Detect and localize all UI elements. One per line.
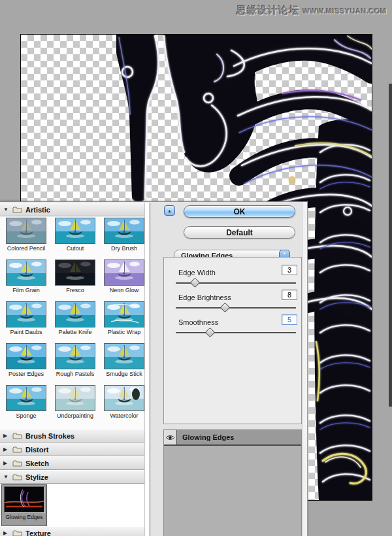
param-slider-edge-brightness[interactable] — [176, 307, 296, 309]
filter-item-label: Paint Daubs — [2, 329, 50, 335]
filter-item-poster-edges[interactable]: Poster Edges — [2, 343, 50, 377]
filter-item-dry-brush[interactable]: Dry Brush — [100, 218, 148, 252]
slider-thumb[interactable] — [190, 278, 201, 288]
filter-section-header-brush-strokes[interactable]: ▶Brush Strokes — [0, 429, 150, 443]
filter-params-box: Edge WidthEdge BrightnessSmoothness — [163, 257, 302, 424]
triangle-down-icon: ▼ — [3, 474, 9, 480]
sponge-thumbnail — [6, 385, 46, 411]
dry-brush-thumbnail — [104, 218, 144, 244]
param-value-smoothness[interactable] — [282, 314, 297, 325]
up-triangle-icon: ▲ — [167, 209, 172, 213]
triangle-right-icon: ▶ — [3, 530, 9, 536]
filter-item-fresco[interactable]: Fresco — [51, 260, 99, 293]
param-value-edge-width[interactable] — [282, 265, 297, 275]
fresco-thumbnail — [55, 260, 95, 286]
filter-gallery-dialog: ▼ArtisticColored PencilCutoutDry BrushFi… — [0, 201, 308, 536]
filter-item-label: Film Grain — [2, 287, 50, 293]
colored-pencil-thumbnail — [6, 218, 46, 244]
filter-item-label: Smudge Stick — [100, 371, 148, 377]
folder-icon — [12, 206, 22, 213]
filter-item-palette-knife[interactable]: Palette Knife — [51, 301, 99, 335]
filter-item-label: Glowing Edges — [2, 514, 46, 520]
cutout-thumbnail — [55, 218, 95, 244]
filter-section-label: Artistic — [25, 206, 50, 214]
filter-item-colored-pencil[interactable]: Colored Pencil — [2, 218, 50, 252]
effect-layer-row[interactable]: Glowing Edges — [164, 430, 301, 446]
filter-item-label: Dry Brush — [100, 245, 148, 252]
folder-icon — [12, 529, 22, 536]
underpainting-thumbnail — [55, 385, 95, 411]
filter-item-label: Poster Edges — [2, 371, 50, 377]
filter-list-scrollbar[interactable] — [144, 203, 150, 536]
filter-section-header-texture[interactable]: ▶Texture — [0, 526, 150, 536]
filter-item-smudge-stick[interactable]: Smudge Stick — [100, 343, 148, 377]
filter-item-label: Palette Knife — [51, 329, 99, 335]
folder-icon — [12, 432, 22, 439]
plastic-wrap-thumbnail — [104, 301, 144, 327]
param-slider-smoothness[interactable] — [176, 332, 296, 334]
effect-layer-name: Glowing Edges — [177, 433, 234, 441]
glowing-edges-thumbnail — [4, 486, 44, 512]
filter-item-label: Plastic Wrap — [100, 329, 148, 335]
collapse-panel-button[interactable]: ▲ — [164, 205, 175, 216]
filter-section-label: Sketch — [25, 460, 49, 467]
poster-edges-thumbnail — [6, 343, 46, 369]
filter-list-panel: ▼ArtisticColored PencilCutoutDry BrushFi… — [0, 203, 150, 536]
triangle-right-icon: ▶ — [3, 446, 9, 452]
watermark: 思缘设计论坛WWW.MISSYUAN.COM — [237, 5, 387, 17]
filter-section-label: Brush Strokes — [25, 432, 74, 440]
filter-item-label: Colored Pencil — [2, 245, 50, 252]
param-label-smoothness: Smoothness — [178, 318, 218, 326]
filter-section-header-sketch[interactable]: ▶Sketch — [0, 456, 150, 470]
filter-item-paint-daubs[interactable]: Paint Daubs — [2, 301, 50, 335]
filter-item-label: Sponge — [2, 412, 50, 419]
rough-pastels-thumbnail — [55, 343, 95, 369]
filter-item-label: Watercolor — [100, 412, 148, 419]
filter-item-rough-pastels[interactable]: Rough Pastels — [51, 343, 99, 377]
filter-item-plastic-wrap[interactable]: Plastic Wrap — [100, 301, 148, 335]
filter-section-label: Distort — [25, 446, 48, 454]
triangle-right-icon: ▶ — [3, 460, 9, 466]
filter-item-underpainting[interactable]: Underpainting — [51, 385, 99, 419]
effect-layers-list: Glowing Edges — [163, 429, 302, 536]
palette-knife-thumbnail — [55, 301, 95, 327]
paint-daubs-thumbnail — [6, 301, 46, 327]
triangle-right-icon: ▶ — [3, 433, 9, 439]
stylize-section-content: Glowing Edges — [0, 484, 150, 526]
filter-section-label: Texture — [25, 529, 51, 536]
dialog-right-strip — [302, 202, 307, 536]
filter-section-label: Stylize — [25, 473, 48, 481]
slider-thumb[interactable] — [204, 327, 215, 338]
filter-item-neon-glow[interactable]: Neon Glow — [100, 260, 148, 293]
folder-icon — [12, 446, 22, 453]
param-value-edge-brightness[interactable] — [282, 290, 297, 300]
folder-icon — [12, 460, 22, 467]
filter-section-header-stylize[interactable]: ▼Stylize — [0, 470, 150, 484]
filter-thumbnail-grid: Colored PencilCutoutDry BrushFilm GrainF… — [0, 216, 150, 429]
filter-item-label: Fresco — [51, 287, 99, 293]
default-button[interactable]: Default — [184, 226, 295, 239]
film-grain-thumbnail — [6, 260, 46, 286]
filter-item-watercolor[interactable]: Watercolor — [100, 385, 148, 419]
folder-icon — [12, 473, 22, 480]
smudge-stick-thumbnail — [104, 343, 144, 369]
filter-item-label: Neon Glow — [100, 287, 148, 293]
filter-section-header-distort[interactable]: ▶Distort — [0, 443, 150, 456]
ok-button[interactable]: OK — [184, 205, 295, 218]
filter-item-cutout[interactable]: Cutout — [51, 218, 99, 252]
triangle-down-icon: ▼ — [3, 207, 9, 212]
filter-item-glowing-edges-selected[interactable]: Glowing Edges — [1, 484, 47, 526]
filter-item-label: Underpainting — [51, 412, 99, 419]
window-edge-strip — [389, 84, 392, 407]
visibility-toggle[interactable] — [164, 430, 177, 444]
slider-thumb[interactable] — [220, 303, 231, 313]
param-slider-edge-width[interactable] — [176, 282, 296, 284]
filter-item-label: Rough Pastels — [51, 371, 99, 377]
watermark-site-name: 思缘设计论坛 — [237, 5, 300, 16]
filter-section-header-artistic[interactable]: ▼Artistic — [0, 203, 150, 216]
filter-item-sponge[interactable]: Sponge — [2, 385, 50, 419]
watermark-site-url: WWW.MISSYUAN.COM — [303, 7, 387, 15]
param-label-edge-width: Edge Width — [178, 269, 216, 276]
neon-glow-thumbnail — [104, 260, 144, 286]
filter-item-film-grain[interactable]: Film Grain — [2, 260, 50, 293]
